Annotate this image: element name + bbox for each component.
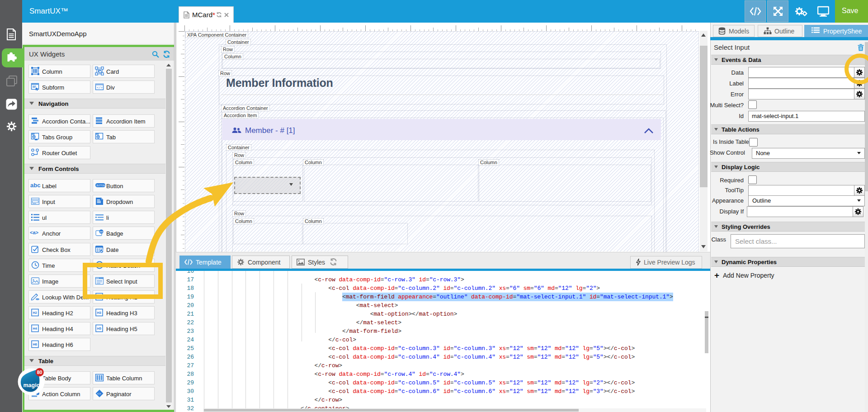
svg-text:H3: H3	[97, 311, 101, 315]
svg-text:co: co	[100, 230, 103, 233]
svg-text:H4: H4	[33, 327, 37, 331]
svg-text:</>: </>	[97, 86, 103, 90]
svg-text:H5: H5	[97, 327, 101, 331]
svg-text:<>: <>	[97, 392, 101, 396]
svg-text:BUTTON: BUTTON	[97, 185, 105, 187]
svg-text:magic: magic	[24, 382, 40, 388]
svg-text:H6: H6	[33, 342, 37, 346]
svg-text:H2: H2	[33, 311, 37, 315]
svg-text:80: 80	[37, 369, 42, 375]
